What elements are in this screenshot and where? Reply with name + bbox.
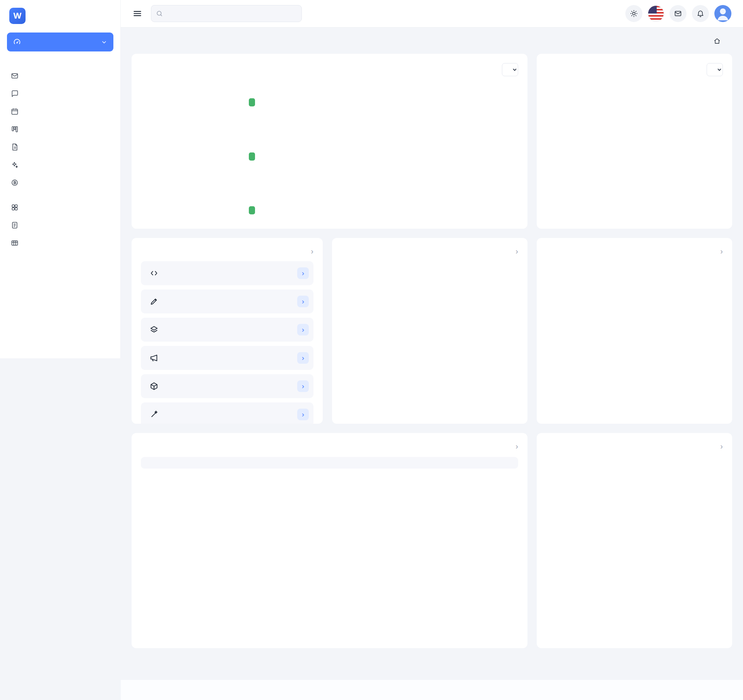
chevron-down-icon	[101, 39, 107, 45]
view-all-instructors-link[interactable]: ›	[514, 247, 518, 255]
sidebar-item-email[interactable]	[7, 67, 113, 85]
sidebar-item-tables[interactable]	[7, 234, 113, 252]
sidebar-item-ai-application[interactable]	[7, 156, 113, 174]
sidebar-item-components[interactable]	[7, 199, 113, 216]
chevron-right-icon: ›	[720, 442, 723, 450]
dollar-icon: $	[148, 177, 166, 195]
enrollment-period-select[interactable]	[502, 63, 518, 76]
home-icon	[714, 38, 721, 44]
forms-icon	[11, 221, 19, 229]
breadcrumb	[714, 38, 732, 44]
stat-overall-revenue: $	[141, 171, 265, 219]
courses-card: ›	[132, 433, 527, 648]
category-list: › › › ›	[141, 261, 313, 424]
users-icon	[148, 69, 166, 87]
messages-button[interactable]	[669, 5, 687, 22]
category-open-button[interactable]: ›	[297, 324, 309, 335]
category-open-button[interactable]: ›	[297, 380, 309, 392]
view-all-progress-link[interactable]: ›	[719, 247, 723, 255]
chevron-right-icon: ›	[311, 247, 313, 255]
category-open-button[interactable]: ›	[297, 409, 309, 420]
sidebar-item-crypto-currency[interactable]	[7, 174, 113, 192]
traffic-period-select[interactable]	[707, 63, 723, 76]
section-label-application	[7, 60, 113, 67]
sidebar-item-forms[interactable]	[7, 216, 113, 234]
sidebar: W	[0, 0, 121, 358]
calendar-icon	[11, 108, 19, 115]
enrollment-chart-area	[274, 63, 518, 219]
sidebar-item-dashboard[interactable]	[7, 33, 113, 51]
sidebar-item-kanban[interactable]	[7, 120, 113, 138]
traffic-legend	[546, 218, 723, 219]
stat-total-courses	[141, 117, 265, 165]
gauge-icon	[13, 38, 21, 46]
sidebar-item-invoice[interactable]	[7, 138, 113, 156]
page-content: $	[121, 27, 743, 657]
megaphone-icon	[146, 349, 163, 366]
sidebar-item-chat[interactable]	[7, 85, 113, 103]
stat-badge	[249, 152, 255, 161]
chevron-right-icon: ›	[515, 247, 518, 255]
students-progress-card: ›	[537, 238, 732, 424]
traffic-donut-chart	[587, 99, 683, 195]
courses-table-header	[141, 457, 518, 469]
category-open-button[interactable]: ›	[297, 296, 309, 307]
components-icon	[11, 204, 19, 211]
menu-toggle-button[interactable]	[132, 9, 142, 19]
table-icon	[11, 239, 19, 247]
legend-dot-free	[639, 455, 643, 459]
brand-logo[interactable]: W	[7, 0, 113, 33]
user-avatar[interactable]	[714, 5, 731, 22]
category-open-button[interactable]: ›	[297, 352, 309, 364]
category-row-graphic-design[interactable]: ›	[141, 289, 313, 313]
kanban-icon	[11, 125, 19, 133]
top-categories-card: › › › ›	[132, 238, 323, 424]
stat-badge	[249, 98, 255, 106]
wowdash-logo-icon: W	[9, 8, 26, 24]
search-input[interactable]	[151, 5, 302, 22]
category-row-logo-design[interactable]: ›	[141, 402, 313, 424]
chevron-right-icon: ›	[720, 247, 723, 255]
top-instructors-card: ›	[332, 238, 527, 424]
view-all-categories-link[interactable]: ›	[309, 247, 313, 255]
enrollment-area-chart	[274, 86, 518, 214]
sun-icon	[630, 10, 638, 17]
play-icon	[148, 123, 166, 141]
section-label-ui-elements	[7, 192, 113, 199]
category-row-web-development[interactable]: ›	[141, 261, 313, 285]
category-row-uiux-design[interactable]: ›	[141, 318, 313, 342]
chat-icon	[11, 90, 19, 98]
sidebar-item-calendar[interactable]	[7, 103, 113, 120]
coin-icon	[11, 179, 19, 187]
cube-icon	[146, 378, 163, 395]
language-flag-button[interactable]	[648, 5, 664, 22]
mail-icon	[674, 10, 682, 17]
bell-icon	[697, 10, 704, 17]
topbar	[121, 0, 743, 27]
code-icon	[146, 265, 163, 282]
dashboard-submenu	[7, 55, 113, 60]
notifications-button[interactable]	[692, 5, 709, 22]
legend-dot-paid	[620, 455, 624, 459]
category-row-3d-illustration[interactable]: ›	[141, 374, 313, 398]
view-all-activity-link[interactable]: ›	[719, 442, 723, 450]
invoice-icon	[11, 143, 19, 151]
courses-table	[141, 457, 518, 469]
layers-icon	[146, 321, 163, 338]
mail-icon	[11, 72, 19, 80]
stat-tiles: $	[141, 63, 265, 219]
category-open-button[interactable]: ›	[297, 267, 309, 279]
course-activity-card: ›	[537, 433, 732, 648]
legend-dot-paid	[381, 80, 385, 84]
legend-dot-free	[402, 80, 406, 84]
activity-legend	[546, 455, 723, 459]
stat-total-students	[141, 63, 265, 111]
theme-toggle-button[interactable]	[625, 5, 642, 22]
course-activity-bar-chart	[546, 461, 723, 623]
view-all-courses-link[interactable]: ›	[514, 442, 518, 450]
sparkle-icon	[11, 161, 19, 169]
stat-badge	[249, 206, 255, 214]
traffic-sources-card	[537, 54, 732, 229]
category-row-digital-marketing[interactable]: ›	[141, 346, 313, 370]
main-area: $	[121, 0, 743, 700]
